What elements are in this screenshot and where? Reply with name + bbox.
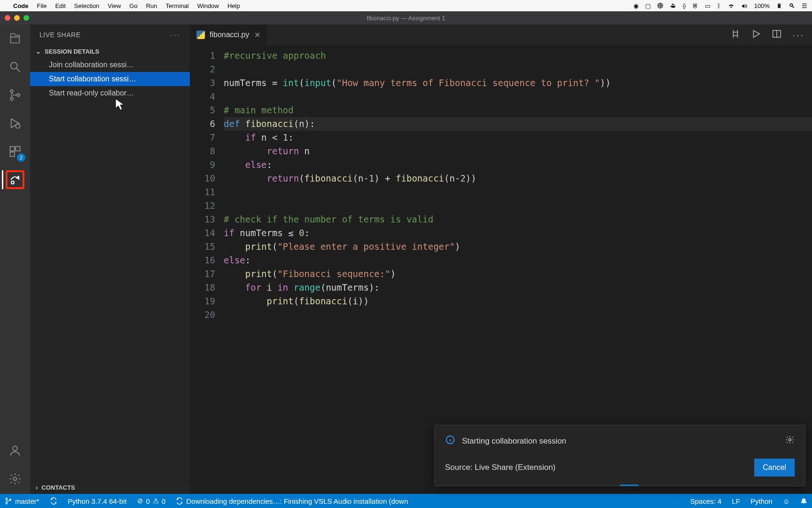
menu-help[interactable]: Help: [227, 2, 240, 9]
status-feedback-icon[interactable]: ☺: [783, 497, 790, 505]
code-line[interactable]: #recursive approach: [224, 49, 812, 63]
titlebar: fibonacci.py — Assignment 1: [0, 11, 812, 24]
volume-icon[interactable]: 🔊︎: [742, 2, 748, 9]
sidebar-item[interactable]: Join collaboration sessi…: [30, 58, 190, 72]
code-line[interactable]: [224, 308, 812, 322]
globe-icon[interactable]: 🌐︎: [657, 2, 664, 9]
search-icon[interactable]: [6, 57, 24, 76]
menu-run[interactable]: Run: [146, 2, 157, 9]
bluetooth-icon[interactable]: ᛒ: [717, 2, 721, 9]
svg-point-14: [6, 498, 7, 500]
status-spaces[interactable]: Spaces: 4: [690, 497, 722, 505]
menu-view[interactable]: View: [108, 2, 121, 9]
account-icon[interactable]: [6, 441, 24, 460]
menu-selection[interactable]: Selection: [74, 2, 99, 9]
code-line[interactable]: print("Please enter a positive integer"): [224, 240, 812, 254]
line-number: 19: [190, 294, 215, 308]
code-line[interactable]: # main method: [224, 103, 812, 117]
status-problems[interactable]: ⊘0 ⚠0: [137, 497, 166, 505]
explorer-icon[interactable]: [6, 29, 24, 48]
section-contacts[interactable]: › CONTACTS: [30, 481, 190, 494]
code-line[interactable]: if numTerms ≤ 0:: [224, 226, 812, 240]
status-sync-icon[interactable]: [50, 497, 57, 505]
menu-go[interactable]: Go: [129, 2, 137, 9]
shield-icon[interactable]: ⛨: [692, 2, 698, 9]
dropbox-icon[interactable]: ⟠: [683, 2, 686, 9]
source-control-icon[interactable]: [6, 86, 24, 104]
sidebar-item[interactable]: Start collaboration sessi…: [30, 72, 190, 86]
code-line[interactable]: [224, 199, 812, 213]
tab-open-file[interactable]: fibonacci.py ✕: [190, 24, 267, 45]
code-line[interactable]: numTerms = int(input("How many terms of …: [224, 76, 812, 90]
split-editor-icon[interactable]: [772, 29, 782, 41]
live-share-icon[interactable]: [6, 170, 24, 189]
svg-rect-7: [10, 152, 15, 156]
code-line[interactable]: [224, 185, 812, 199]
svg-point-0: [11, 63, 17, 69]
code-line[interactable]: return n: [224, 144, 812, 158]
notification-title: Starting collaboration session: [462, 437, 566, 446]
line-number: 16: [190, 254, 215, 267]
code-line[interactable]: print(fibonacci(i)): [224, 294, 812, 308]
code-line[interactable]: if n < 1:: [224, 131, 812, 144]
code-line[interactable]: def fibonacci(n):: [224, 117, 812, 131]
line-number: 4: [190, 90, 215, 103]
minimize-window[interactable]: [14, 15, 20, 21]
status-eol[interactable]: LF: [732, 497, 740, 505]
status-branch-label: master*: [15, 497, 39, 505]
record-icon[interactable]: ◉: [633, 2, 639, 9]
menu-file[interactable]: File: [37, 2, 47, 9]
menu-icon[interactable]: ☰: [802, 2, 807, 9]
menu-edit[interactable]: Edit: [55, 2, 65, 9]
code-line[interactable]: [224, 63, 812, 76]
code-line[interactable]: else:: [224, 158, 812, 172]
run-debug-icon[interactable]: [6, 114, 24, 133]
code-line[interactable]: print("Fibonacci sequence:"): [224, 267, 812, 281]
battery-icon[interactable]: 🔋︎: [776, 2, 782, 9]
close-window[interactable]: [5, 15, 10, 21]
sidebar-title: LIVE SHARE: [39, 31, 80, 39]
line-number: 2: [190, 63, 215, 76]
zoom-window[interactable]: [23, 15, 29, 21]
sidebar-item[interactable]: Start read-only collabor…: [30, 86, 190, 100]
gear-icon[interactable]: [785, 435, 795, 447]
code-line[interactable]: # check if the number of terms is valid: [224, 213, 812, 226]
notification-toast: Starting collaboration session Source: L…: [434, 425, 805, 486]
compare-changes-icon[interactable]: [730, 29, 741, 41]
close-icon[interactable]: ✕: [254, 31, 260, 40]
wifi-icon[interactable]: [727, 3, 735, 8]
code-line[interactable]: return(fibonacci(n-1) + fibonacci(n-2)): [224, 172, 812, 185]
status-python[interactable]: Python 3.7.4 64-bit: [68, 497, 127, 505]
cancel-button[interactable]: Cancel: [754, 459, 795, 476]
battery-pct: 100%: [754, 2, 770, 9]
extensions-icon[interactable]: 2: [6, 142, 24, 161]
mac-app-name[interactable]: Code: [13, 2, 29, 9]
python-file-icon: [196, 31, 205, 39]
menu-window[interactable]: Window: [197, 2, 219, 9]
code-line[interactable]: for i in range(numTerms):: [224, 281, 812, 294]
svg-point-9: [13, 446, 17, 451]
status-branch[interactable]: master*: [5, 497, 39, 505]
menu-terminal[interactable]: Terminal: [166, 2, 189, 9]
display-icon[interactable]: ▭: [705, 2, 710, 9]
code-line[interactable]: else:: [224, 254, 812, 267]
status-bell-icon[interactable]: 🔔︎: [800, 497, 807, 505]
line-number: 9: [190, 158, 215, 172]
line-number: 13: [190, 213, 215, 226]
mac-menubar: Code File Edit Selection View Go Run Ter…: [0, 0, 812, 11]
section-label: CONTACTS: [41, 484, 75, 491]
more-icon[interactable]: ···: [792, 30, 804, 40]
info-icon: [445, 435, 455, 447]
section-session-details[interactable]: ⌄ SESSION DETAILS: [30, 45, 190, 58]
docker-icon[interactable]: ⛴: [670, 2, 676, 9]
code-line[interactable]: [224, 90, 812, 103]
line-number: 15: [190, 240, 215, 254]
run-icon[interactable]: [751, 29, 761, 41]
sidebar-more-icon[interactable]: ···: [171, 31, 180, 39]
status-lang[interactable]: Python: [750, 497, 773, 505]
status-download[interactable]: Downloading dependencies…: Finishing VSL…: [176, 497, 408, 505]
dash-icon[interactable]: ▢: [645, 2, 651, 9]
window-title: fibonacci.py — Assignment 1: [367, 15, 445, 22]
spotlight-icon[interactable]: 🔍︎: [789, 2, 795, 9]
settings-icon[interactable]: [6, 469, 24, 488]
